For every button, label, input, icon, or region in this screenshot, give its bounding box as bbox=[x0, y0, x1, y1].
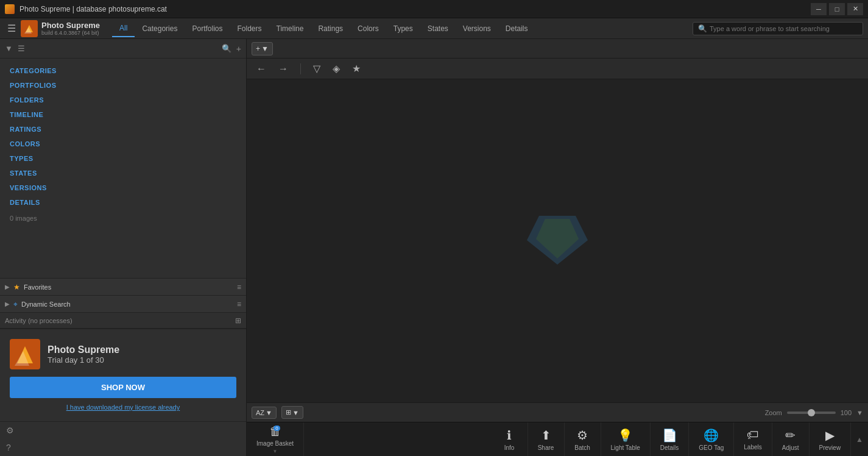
favorites-label: Favorites bbox=[24, 283, 233, 291]
action-share[interactable]: ⬆ Share bbox=[528, 422, 565, 456]
license-link[interactable]: I have downloaded my license already bbox=[66, 404, 180, 411]
list-icon[interactable]: ☰ bbox=[18, 44, 25, 53]
activity-expand-icon[interactable]: ⊞ bbox=[235, 316, 241, 325]
geo-tag-icon: 🌐 bbox=[704, 428, 719, 443]
settings-button[interactable]: ⚙ bbox=[0, 422, 246, 439]
favorites-expand-icon: ▶ bbox=[5, 283, 10, 290]
favorites-panel-header[interactable]: ▶ ★ Favorites ≡ bbox=[0, 279, 246, 296]
sidebar-item-colors[interactable]: COLORS bbox=[0, 137, 246, 151]
sidebar-footer: ⚙ ? bbox=[0, 421, 246, 456]
trial-app-logo bbox=[10, 339, 40, 369]
dynamic-search-menu-icon[interactable]: ≡ bbox=[237, 300, 241, 308]
activity-bar: Activity (no processes) ⊞ bbox=[0, 313, 246, 329]
info-label: Info bbox=[504, 444, 515, 451]
forward-button[interactable]: → bbox=[276, 62, 291, 76]
action-preview[interactable]: ▶ Preview bbox=[810, 422, 852, 456]
search-input[interactable] bbox=[710, 25, 858, 32]
titlebar: Photo Supreme | database photosupreme.ca… bbox=[0, 0, 868, 18]
zoom-expand-icon[interactable]: ▼ bbox=[856, 409, 863, 416]
maximize-button[interactable]: □ bbox=[829, 3, 845, 15]
sidebar-item-ratings[interactable]: RATINGS bbox=[0, 122, 246, 137]
star-button[interactable]: ★ bbox=[350, 62, 363, 76]
tab-all[interactable]: All bbox=[112, 20, 135, 37]
action-labels[interactable]: 🏷 Labels bbox=[734, 422, 772, 456]
tab-details[interactable]: Details bbox=[498, 21, 535, 37]
window-controls: ─ □ ✕ bbox=[811, 3, 863, 15]
zoom-label: Zoom bbox=[765, 409, 782, 416]
preview-label: Preview bbox=[819, 444, 841, 451]
light-table-icon: 💡 bbox=[618, 428, 633, 443]
share-label: Share bbox=[538, 444, 554, 451]
filter-icon[interactable]: ▼ bbox=[5, 44, 13, 53]
app-logo-icon bbox=[21, 20, 38, 37]
action-light-table[interactable]: 💡 Light Table bbox=[601, 422, 651, 456]
minimize-button[interactable]: ─ bbox=[811, 3, 827, 15]
sidebar-item-categories[interactable]: CATEGORIES bbox=[0, 63, 246, 78]
filter-button[interactable]: ▽ bbox=[311, 62, 323, 76]
action-batch[interactable]: ⚙ Batch bbox=[565, 422, 601, 456]
activity-label: Activity (no processes) bbox=[5, 317, 72, 324]
hamburger-menu-icon[interactable]: ☰ bbox=[5, 20, 18, 37]
dynamic-search-panel-header[interactable]: ▶ ⌖ Dynamic Search ≡ bbox=[0, 296, 246, 313]
sort-arrow-icon: ▼ bbox=[266, 409, 272, 416]
zoom-slider[interactable] bbox=[787, 411, 836, 414]
layers-button[interactable]: ◈ bbox=[330, 62, 342, 76]
watermark bbox=[509, 210, 606, 273]
logo-area: Photo Supreme build 6.4.0.3867 (64 bit) bbox=[21, 20, 100, 37]
sidebar-item-portfolios[interactable]: PORTFOLIOS bbox=[0, 78, 246, 93]
close-button[interactable]: ✕ bbox=[847, 3, 863, 15]
logo-text: Photo Supreme build 6.4.0.3867 (64 bit) bbox=[41, 21, 100, 36]
window-title: Photo Supreme | database photosupreme.ca… bbox=[19, 5, 806, 13]
preview-icon: ▶ bbox=[825, 428, 834, 443]
action-adjust[interactable]: ✏ Adjust bbox=[772, 422, 810, 456]
image-basket-label: Image Basket bbox=[256, 440, 294, 447]
search-bar: 🔍 bbox=[693, 22, 863, 35]
tab-versions[interactable]: Versions bbox=[456, 21, 498, 37]
action-details[interactable]: 📄 Details bbox=[651, 422, 690, 456]
view-arrow-icon: ▼ bbox=[292, 409, 299, 416]
sidebar-item-folders[interactable]: FOLDERS bbox=[0, 93, 246, 107]
dynamic-search-icon: ⌖ bbox=[13, 300, 18, 308]
tab-folders[interactable]: Folders bbox=[230, 21, 269, 37]
action-image-basket[interactable]: 🗑 0 Image Basket ▼ bbox=[247, 422, 304, 456]
back-button[interactable]: ← bbox=[254, 62, 269, 76]
action-info[interactable]: ℹ Info bbox=[492, 422, 528, 456]
favorites-menu-icon[interactable]: ≡ bbox=[237, 283, 241, 291]
app-body: ☰ Photo Supreme build 6.4.0.3867 (64 bit… bbox=[0, 18, 868, 456]
tab-categories[interactable]: Categories bbox=[135, 21, 185, 37]
tab-ratings[interactable]: Ratings bbox=[311, 21, 350, 37]
sidebar-item-types[interactable]: TYPES bbox=[0, 151, 246, 166]
sidebar-search-icon[interactable]: 🔍 bbox=[222, 44, 231, 53]
dynamic-search-label: Dynamic Search bbox=[21, 301, 233, 308]
sort-button[interactable]: AZ ▼ bbox=[252, 407, 277, 419]
add-dropdown-arrow: ▼ bbox=[261, 45, 269, 53]
tab-states[interactable]: States bbox=[420, 21, 456, 37]
sort-label: AZ bbox=[256, 409, 264, 416]
sidebar-item-versions[interactable]: VERSIONS bbox=[0, 180, 246, 195]
geo-tag-label: GEO Tag bbox=[699, 444, 724, 451]
basket-count-badge: 0 bbox=[273, 426, 280, 431]
tab-types[interactable]: Types bbox=[386, 21, 420, 37]
dynamic-search-expand-icon: ▶ bbox=[5, 301, 10, 307]
adjust-label: Adjust bbox=[782, 444, 799, 451]
trial-panel: Photo Supreme Trial day 1 of 30 SHOP NOW… bbox=[0, 329, 246, 421]
view-button[interactable]: ⊞ ▼ bbox=[281, 406, 303, 419]
labels-label: Labels bbox=[744, 444, 761, 451]
action-geo-tag[interactable]: 🌐 GEO Tag bbox=[689, 422, 734, 456]
main-content: + ▼ ← → ▽ ◈ ★ bbox=[247, 39, 868, 456]
image-count: 0 images bbox=[0, 210, 246, 227]
tab-portfolios[interactable]: Portfolios bbox=[185, 21, 230, 37]
tab-colors[interactable]: Colors bbox=[350, 21, 386, 37]
trial-days: Trial day 1 of 30 bbox=[48, 355, 119, 365]
tab-timeline[interactable]: Timeline bbox=[269, 21, 311, 37]
nav-tabs: All Categories Portfolios Folders Timeli… bbox=[112, 20, 690, 37]
sidebar-item-states[interactable]: STATES bbox=[0, 166, 246, 180]
batch-icon: ⚙ bbox=[577, 428, 588, 443]
sidebar-item-timeline[interactable]: TIMELINE bbox=[0, 107, 246, 122]
help-button[interactable]: ? bbox=[0, 439, 246, 456]
sidebar-add-button[interactable]: + bbox=[236, 44, 241, 54]
sidebar-item-details[interactable]: DETAILS bbox=[0, 195, 246, 210]
add-dropdown-button[interactable]: + ▼ bbox=[252, 42, 273, 55]
actionbar-expand-button[interactable]: ▲ bbox=[851, 422, 868, 456]
shop-now-button[interactable]: SHOP NOW bbox=[10, 377, 236, 398]
